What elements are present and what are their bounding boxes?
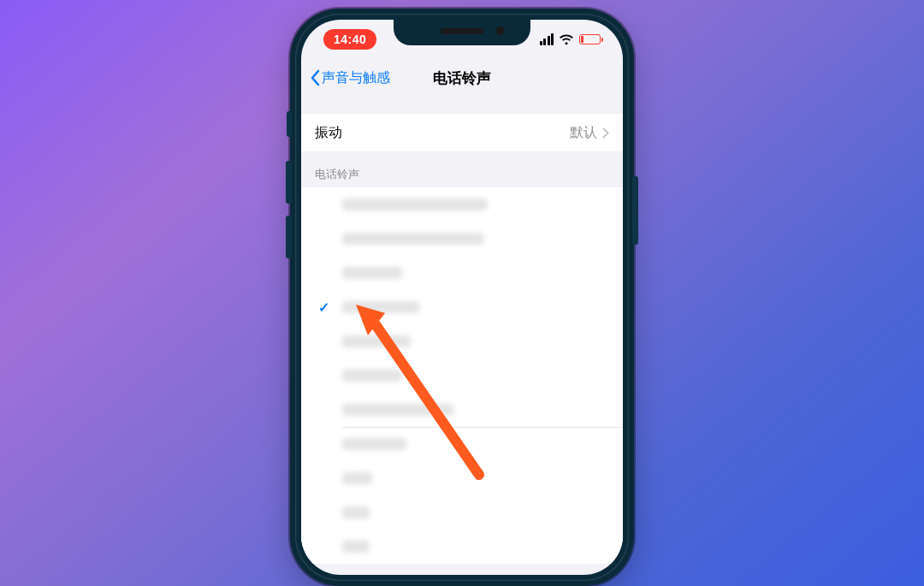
chevron-right-icon (602, 127, 609, 139)
ringtone-list: ✓ (301, 187, 623, 564)
ringtone-item[interactable] (301, 495, 623, 530)
blurred-text (342, 233, 483, 245)
blurred-text (342, 335, 411, 347)
checkmark-icon: ✓ (315, 299, 332, 316)
notch (394, 20, 530, 45)
ringtone-item[interactable] (301, 393, 623, 427)
vibration-value: 默认 (570, 124, 597, 142)
mute-switch (287, 111, 292, 137)
blurred-text (342, 472, 372, 484)
ringtone-item[interactable] (301, 187, 623, 222)
wifi-icon (559, 34, 574, 45)
vibration-label: 振动 (315, 124, 342, 142)
power-button (632, 176, 638, 245)
nav-bar: 声音与触感 电话铃声 (301, 59, 623, 97)
battery-icon (579, 34, 601, 44)
blurred-text (342, 404, 453, 416)
blurred-text (342, 267, 402, 279)
ringtone-item[interactable] (301, 530, 623, 564)
back-button[interactable]: 声音与触感 (301, 69, 390, 87)
phone-screen: 14:40 声音与触感 电话铃声 振动 默认 (301, 20, 623, 575)
ringtone-item[interactable] (301, 461, 623, 495)
vibration-detail: 默认 (570, 124, 609, 142)
blurred-text (342, 541, 370, 553)
ringtone-item[interactable] (301, 358, 623, 393)
ringtone-item[interactable] (301, 427, 623, 461)
blurred-text (342, 506, 370, 518)
blurred-text (342, 301, 419, 313)
ringtone-item-selected[interactable]: ✓ (301, 290, 623, 324)
vibration-row[interactable]: 振动 默认 (301, 114, 623, 151)
phone-frame: 14:40 声音与触感 电话铃声 振动 默认 (290, 9, 634, 586)
volume-up-button (286, 161, 292, 204)
content: 振动 默认 电话铃声 ✓ (301, 97, 623, 575)
ringtone-item[interactable] (301, 222, 623, 256)
blurred-text (342, 438, 406, 450)
cellular-icon (540, 33, 554, 45)
ringtone-item[interactable] (301, 256, 623, 290)
blurred-text (342, 370, 402, 382)
section-header: 电话铃声 (301, 151, 623, 187)
blurred-text (342, 198, 488, 210)
status-indicators (540, 33, 601, 45)
status-time: 14:40 (323, 29, 376, 50)
chevron-left-icon (310, 69, 320, 86)
ringtone-item[interactable] (301, 324, 623, 358)
volume-down-button (286, 216, 292, 258)
back-label: 声音与触感 (322, 69, 390, 87)
